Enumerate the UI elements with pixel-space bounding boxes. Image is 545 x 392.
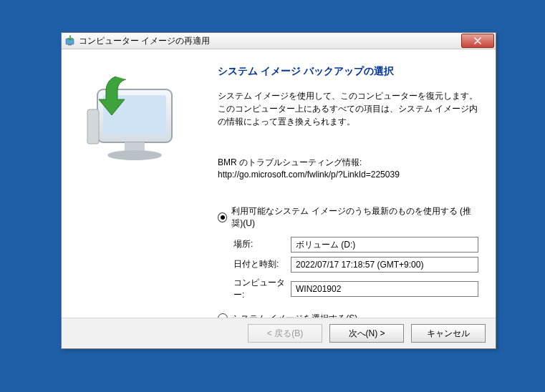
field-location: 場所: ボリューム (D:) bbox=[233, 237, 478, 253]
field-computer-label: コンピューター: bbox=[233, 277, 291, 301]
field-location-value: ボリューム (D:) bbox=[291, 237, 478, 253]
field-computer: コンピューター: WIN201902 bbox=[233, 277, 478, 301]
svg-rect-6 bbox=[87, 109, 99, 144]
field-datetime-value: 2022/07/17 17:18:57 (GMT+9:00) bbox=[291, 257, 478, 273]
title-bar: コンピューター イメージの再適用 bbox=[62, 33, 496, 49]
close-button[interactable] bbox=[461, 34, 494, 48]
field-location-label: 場所: bbox=[233, 238, 291, 250]
latest-image-details: 場所: ボリューム (D:) 日付と時刻: 2022/07/17 17:18:5… bbox=[233, 237, 478, 301]
svg-point-5 bbox=[107, 150, 162, 160]
field-computer-value: WIN201902 bbox=[291, 281, 478, 297]
sidebar-graphic bbox=[62, 49, 211, 319]
back-button: < 戻る(B) bbox=[248, 324, 322, 343]
troubleshoot-label: BMR のトラブルシューティング情報: bbox=[218, 157, 362, 167]
content-area: システム イメージ バックアップの選択 システム イメージを使用して、このコンピ… bbox=[62, 49, 496, 319]
image-selection-group: 利用可能なシステム イメージのうち最新のものを使用する (推奨)(U) 場所: … bbox=[218, 205, 478, 325]
wizard-dialog: コンピューター イメージの再適用 システム イメージ バックアップ bbox=[61, 32, 496, 349]
description-text: システム イメージを使用して、このコンピューターを復元します。このコンピューター… bbox=[218, 89, 478, 128]
main-pane: システム イメージ バックアップの選択 システム イメージを使用して、このコンピ… bbox=[211, 49, 496, 319]
radio-selected-icon bbox=[218, 212, 227, 222]
troubleshoot-link[interactable]: http://go.microsoft.com/fwlink/p/?LinkId… bbox=[218, 170, 400, 180]
wizard-footer: < 戻る(B) 次へ(N) > キャンセル bbox=[62, 318, 496, 348]
app-icon bbox=[64, 35, 76, 46]
cancel-button[interactable]: キャンセル bbox=[411, 324, 486, 343]
window-title: コンピューター イメージの再適用 bbox=[79, 33, 461, 49]
next-button[interactable]: 次へ(N) > bbox=[329, 324, 404, 343]
field-datetime-label: 日付と時刻: bbox=[233, 258, 291, 270]
radio-use-latest-label: 利用可能なシステム イメージのうち最新のものを使用する (推奨)(U) bbox=[231, 205, 478, 230]
troubleshoot-block: BMR のトラブルシューティング情報: http://go.microsoft.… bbox=[218, 157, 478, 181]
monitor-restore-icon bbox=[74, 68, 182, 168]
page-heading: システム イメージ バックアップの選択 bbox=[218, 65, 478, 78]
field-datetime: 日付と時刻: 2022/07/17 17:18:57 (GMT+9:00) bbox=[233, 257, 478, 273]
radio-use-latest[interactable]: 利用可能なシステム イメージのうち最新のものを使用する (推奨)(U) bbox=[218, 205, 478, 230]
svg-rect-1 bbox=[68, 44, 72, 45]
